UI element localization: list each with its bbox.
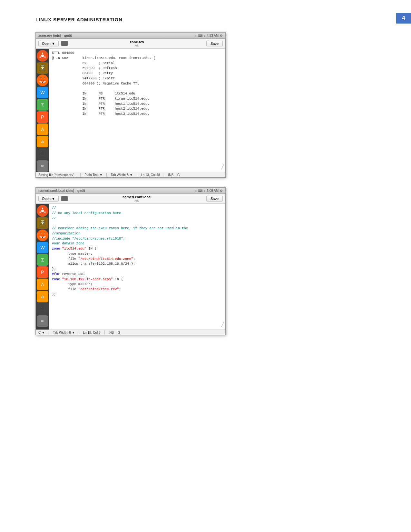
calc-launcher-icon[interactable]: Σ (37, 99, 48, 111)
file-type-selector-2[interactable]: C ▼ (38, 331, 45, 334)
file-tab-2: named.conf.local /etc (70, 195, 204, 202)
tab-width-arrow-2: ▼ (72, 331, 75, 334)
draw-launcher-icon[interactable]: A (37, 123, 48, 135)
title-bar-2: named.conf.local (/etc) - gedit ↕ ⌨ ♪ 5:… (36, 188, 225, 194)
divider-1 (80, 173, 81, 177)
divider-2 (106, 173, 107, 177)
code-editor-2[interactable]: // // Do any local configuration here //… (49, 204, 225, 330)
page-number: 4 (396, 13, 411, 24)
gedit-window-1: zone.rev (/etc) - gedit ↕ ⌨ ♪ 4:53 AM ⚙ … (35, 32, 226, 178)
sys-tray-2: ↕ ⌨ ♪ 5:08 AM ⚙ (195, 189, 223, 192)
settings-icon-2[interactable]: ⚙ (220, 189, 223, 192)
calc-launcher-icon-2[interactable]: Σ (37, 254, 48, 266)
sys-tray-1: ↕ ⌨ ♪ 4:53 AM ⚙ (195, 34, 223, 37)
svg-point-3 (44, 56, 46, 58)
tab-width-selector-2[interactable]: Tab Width: 8 ▼ (53, 331, 75, 334)
writer-launcher-icon[interactable]: W (37, 87, 48, 98)
volume-icon: ♪ (204, 34, 205, 37)
open-button-2[interactable]: Open ▼ (38, 196, 59, 202)
file-type-selector-1[interactable]: Plain Text ▼ (84, 173, 103, 177)
status-bar-1: Saving file '/etc/zone.rev'... Plain Tex… (36, 172, 225, 177)
camera-icon-1 (61, 41, 68, 46)
divider-5 (49, 330, 49, 334)
svg-point-6 (41, 210, 44, 212)
tab-width-label-2: Tab Width: 8 (53, 331, 71, 334)
text-editor-launcher-icon-1[interactable]: ✏ (37, 160, 48, 172)
impress-launcher-icon[interactable]: P (37, 111, 48, 123)
file-type-arrow-2: ▼ (42, 331, 45, 334)
corner-mark-1: ╱ (221, 164, 224, 171)
text-editor-launcher-icon-2[interactable]: ✏ (37, 315, 48, 327)
dropdown-arrow-1: ▼ (52, 42, 55, 45)
filename-1: zone.rev (70, 40, 204, 44)
code-editor-1[interactable]: $TTL 604800 @ IN SOA kiran.itc514.edu. r… (49, 49, 225, 172)
firefox-launcher-icon-2[interactable]: 🦊 (37, 230, 48, 241)
dropdown-arrow-2: ▼ (52, 197, 55, 201)
draw-launcher-icon-2[interactable]: A (37, 279, 48, 290)
gedit-window-2: named.conf.local (/etc) - gedit ↕ ⌨ ♪ 5:… (35, 187, 226, 335)
workspace-launcher-icon-2[interactable]: ⬛ (37, 303, 48, 315)
open-label-2: Open (42, 197, 51, 201)
files-launcher-icon-2[interactable]: 🗄 (37, 217, 48, 229)
network-icon: ↕ (195, 34, 197, 37)
save-button-1[interactable]: Save (206, 41, 223, 46)
keyboard-icon-2: ⌨ (198, 189, 202, 192)
file-type-label-1: Plain Text (84, 173, 98, 177)
filename-2: named.conf.local (70, 195, 204, 199)
svg-point-2 (42, 53, 43, 54)
extra-status-2: G (118, 331, 120, 334)
extra-status-1: G (177, 173, 180, 177)
code-content-1: $TTL 604800 @ IN SOA kiran.itc514.edu. r… (52, 51, 223, 117)
firefox-launcher-icon[interactable]: 🦊 (37, 74, 48, 86)
settings-icon-1[interactable]: ⚙ (220, 34, 223, 37)
svg-point-1 (41, 54, 44, 57)
save-status-1: Saving file '/etc/zone.rev'... (38, 173, 76, 177)
divider-3 (137, 173, 137, 177)
status-bar-2: C ▼ Tab Width: 8 ▼ Ln 18, Col 3 INS G (36, 330, 225, 335)
ubuntu-launcher-icon-2[interactable] (37, 205, 48, 217)
insert-mode-2: INS (109, 331, 114, 334)
title-bar-1: zone.rev (/etc) - gedit ↕ ⌨ ♪ 4:53 AM ⚙ (36, 33, 225, 39)
file-type-arrow-1: ▼ (100, 173, 103, 177)
tab-width-arrow-1: ▼ (130, 173, 133, 177)
files-launcher-icon[interactable]: 🗄 (37, 62, 48, 74)
writer-launcher-icon-2[interactable]: W (37, 242, 48, 253)
title-bar-left-2: named.conf.local (/etc) - gedit (38, 189, 85, 192)
camera-icon-2 (61, 196, 68, 201)
content-area: zone.rev (/etc) - gedit ↕ ⌨ ♪ 4:53 AM ⚙ … (35, 32, 255, 345)
impress-launcher-icon-2[interactable]: P (37, 266, 48, 278)
amazon-launcher-icon-2[interactable]: a (37, 291, 48, 302)
network-icon-2: ↕ (195, 189, 197, 192)
clock-1: 4:53 AM (207, 34, 219, 37)
insert-mode-1: INS (168, 173, 173, 177)
workspace-launcher-icon[interactable]: ⬛ (37, 148, 48, 160)
editor-area-2: 🗄 🦊 W Σ P A a (36, 204, 225, 330)
keyboard-icon: ⌨ (198, 34, 202, 37)
ubuntu-sidebar-2: 🗄 🦊 W Σ P A a (36, 204, 49, 330)
page-title: LINUX SERVER ADMINISTRATION (35, 17, 122, 22)
amazon-launcher-icon[interactable]: a (37, 136, 48, 147)
clock-2: 5:08 AM (207, 189, 219, 192)
corner-mark-2: ╱ (221, 321, 224, 328)
svg-point-4 (40, 56, 41, 58)
save-button-2[interactable]: Save (206, 196, 223, 202)
divider-6 (79, 330, 79, 334)
tab-width-selector-1[interactable]: Tab Width: 8 ▼ (111, 173, 133, 177)
volume-icon-2: ♪ (204, 189, 205, 192)
toolbar-1: Open ▼ zone.rev /etc Save (36, 39, 225, 49)
window-title-2: named.conf.local (/etc) - gedit (38, 189, 85, 192)
cursor-pos-1: Ln 13, Col 48 (141, 173, 160, 177)
ubuntu-launcher-icon[interactable] (37, 50, 48, 62)
divider-4 (164, 173, 164, 177)
svg-point-9 (40, 212, 41, 213)
editor-area-1: 🗄 🦊 W Σ P A a (36, 49, 225, 172)
filepath-1: /etc (70, 44, 204, 47)
code-content-2: // // Do any local configuration here //… (52, 206, 223, 297)
ubuntu-sidebar-1: 🗄 🦊 W Σ P A a (36, 49, 49, 172)
tab-width-label-1: Tab Width: 8 (111, 173, 129, 177)
svg-point-8 (44, 212, 46, 213)
open-button-1[interactable]: Open ▼ (38, 41, 59, 46)
file-type-label-2: C (38, 331, 41, 334)
cursor-pos-2: Ln 18, Col 3 (83, 331, 101, 334)
svg-point-7 (42, 208, 43, 209)
